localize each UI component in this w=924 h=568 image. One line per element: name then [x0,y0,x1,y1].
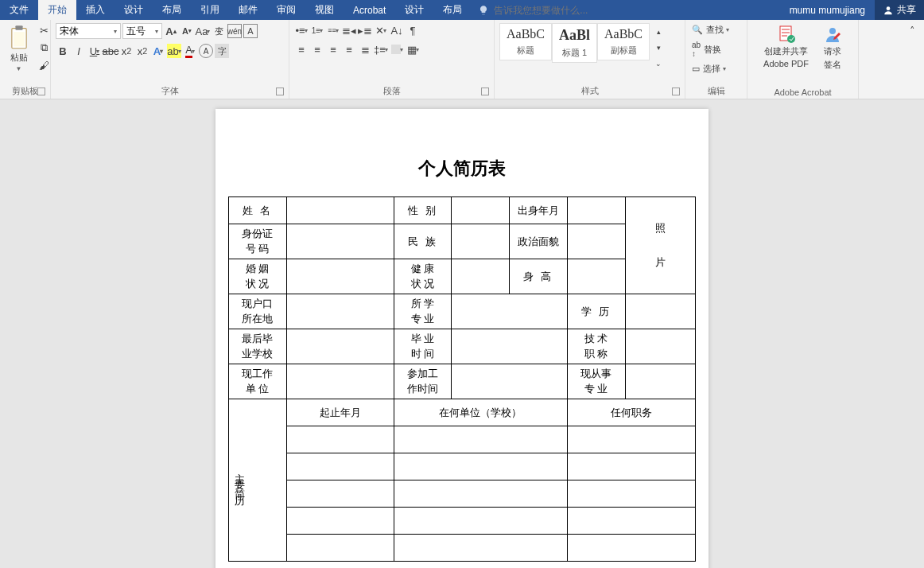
align-right-button[interactable]: ≡ [326,42,340,56]
superscript-button[interactable]: x2 [135,44,149,58]
tell-me[interactable] [472,0,627,20]
dialog-launcher-icon[interactable] [37,88,45,95]
dialog-launcher-icon[interactable] [672,88,680,95]
clipboard-icon [8,25,30,50]
tab-references[interactable]: 引用 [191,0,229,20]
dialog-launcher-icon[interactable] [481,88,489,95]
svg-point-6 [829,28,836,34]
increase-indent-button[interactable]: ▸≣ [358,23,372,37]
char-border-button[interactable]: A [243,24,258,38]
tab-view[interactable]: 视图 [305,0,344,20]
decrease-indent-button[interactable]: ≣◂ [342,23,356,37]
tab-review[interactable]: 审阅 [267,0,305,20]
bullets-button[interactable]: •≡▾ [294,23,309,37]
create-pdf-button[interactable]: 创建并共享 Adobe PDF [760,23,812,70]
collapse-ribbon-button[interactable]: ˄ [905,23,919,37]
group-acrobat: 创建并共享 Adobe PDF 请求 签名 Adobe Acrobat [747,20,859,99]
svg-rect-2 [15,25,22,30]
dialog-launcher-icon[interactable] [276,88,284,95]
font-label: 字体 [161,86,179,95]
italic-button[interactable]: I [72,44,86,58]
tab-file[interactable]: 文件 [0,0,38,20]
editing-label: 编辑 [708,86,725,95]
shading-button[interactable]: ▾ [390,42,404,56]
style-title[interactable]: AaBbC 标题 [499,23,552,60]
bold-button[interactable]: B [56,44,70,58]
styles-label: 样式 [581,86,599,95]
align-center-button[interactable]: ≡ [310,42,324,56]
asian-layout-button[interactable]: ✕▾ [374,23,388,37]
grow-font-button[interactable]: A▴ [164,24,178,38]
paragraph-label: 段落 [383,86,401,95]
change-case-button[interactable]: Aa▾ [196,24,210,38]
pinyin-button[interactable]: wén [227,24,242,38]
cut-button[interactable]: ✂ [37,23,51,37]
font-color-button[interactable]: A▾ [183,44,197,58]
style-heading1[interactable]: AaBl 标题 1 [552,23,597,63]
username[interactable]: mumu mumujiang [780,0,875,20]
highlight-button[interactable]: ab▾ [167,44,181,58]
tab-mailings[interactable]: 邮件 [229,0,267,20]
search-icon: 🔍 [692,25,703,35]
select-icon: ▭ [692,64,700,74]
tell-me-input[interactable] [494,5,621,16]
subscript-button[interactable]: x2 [119,44,134,58]
group-font: 宋体▾ 五号▾ A▴ A▾ Aa▾ 变 wén A B I U▾ abc x2 … [51,20,289,99]
underline-button[interactable]: U▾ [87,44,102,58]
format-painter-button[interactable]: 🖌 [37,58,51,72]
tab-home[interactable]: 开始 [38,0,76,20]
borders-button[interactable]: ▦▾ [406,42,420,56]
svg-point-5 [787,35,795,43]
person-icon [883,5,894,16]
paste-label: 粘贴 [10,52,28,64]
justify-button[interactable]: ≡ [342,42,356,56]
svg-rect-3 [14,32,25,46]
distribute-button[interactable]: ≣ [358,42,372,56]
show-marks-button[interactable]: ¶ [406,23,420,37]
line-spacing-button[interactable]: ‡≡▾ [374,42,388,56]
tab-layout[interactable]: 布局 [153,0,191,20]
sort-button[interactable]: A↓ [390,23,404,37]
numbering-button[interactable]: 1≡▾ [310,23,324,37]
find-button[interactable]: 🔍查找▾ [690,23,731,37]
text-effects-button[interactable]: A▾ [151,44,165,58]
group-styles: AaBbC 标题 AaBl 标题 1 AaBbC 副标题 ▴ ▾ ⌄ 样式 [495,20,685,99]
chevron-down-icon: ▼ [16,65,22,72]
styles-up-icon[interactable]: ▴ [651,25,666,39]
sign-icon [823,25,842,44]
paste-button[interactable]: 粘贴 ▼ [5,23,33,74]
char-shading-button[interactable]: 字 [215,44,229,58]
clipboard-label: 剪贴板 [12,86,38,95]
styles-down-icon[interactable]: ▾ [651,41,666,55]
font-name-select[interactable]: 宋体▾ [56,23,121,39]
tab-acrobat[interactable]: Acrobat [344,0,395,20]
enclose-char-button[interactable]: A [199,44,213,58]
group-editing: 🔍查找▾ ab↕替换 ▭选择▾ 编辑 [685,20,747,99]
pdf-share-icon [777,25,796,44]
select-button[interactable]: ▭选择▾ [690,62,731,76]
replace-button[interactable]: ab↕替换 [690,40,731,59]
phonetic-button[interactable]: 变 [212,24,226,38]
share-button[interactable]: 共享 [875,0,924,20]
replace-icon: ab↕ [692,41,701,58]
tab-design[interactable]: 设计 [115,0,153,20]
group-clipboard: 粘贴 ▼ ✂ ⧉ 🖌 剪贴板 [0,20,51,99]
acrobat-label: Adobe Acrobat [774,88,831,97]
copy-button[interactable]: ⧉ [37,41,51,55]
ribbon: 粘贴 ▼ ✂ ⧉ 🖌 剪贴板 宋体▾ 五号▾ A▴ A▾ Aa▾ 变 w [0,20,924,99]
shrink-font-button[interactable]: A▾ [180,24,194,38]
request-sign-button[interactable]: 请求 签名 [820,23,845,72]
align-left-button[interactable]: ≡ [294,42,309,56]
tab-layout-2[interactable]: 布局 [433,0,472,20]
styles-more-icon[interactable]: ⌄ [651,56,666,71]
lightbulb-icon [478,5,489,16]
tab-design-2[interactable]: 设计 [395,0,433,20]
style-subtitle[interactable]: AaBbC 副标题 [597,23,650,60]
strike-button[interactable]: abc [103,44,118,58]
multilevel-button[interactable]: ≡≡▾ [326,23,340,37]
group-paragraph: •≡▾ 1≡▾ ≡≡▾ ≣◂ ▸≣ ✕▾ A↓ ¶ ≡ ≡ ≡ ≡ ≣ ‡≡▾ … [289,20,495,99]
share-label: 共享 [897,3,916,17]
font-size-select[interactable]: 五号▾ [122,23,162,39]
ribbon-tabs: 文件 开始 插入 设计 布局 引用 邮件 审阅 视图 Acrobat 设计 布局… [0,0,924,20]
tab-insert[interactable]: 插入 [76,0,115,20]
